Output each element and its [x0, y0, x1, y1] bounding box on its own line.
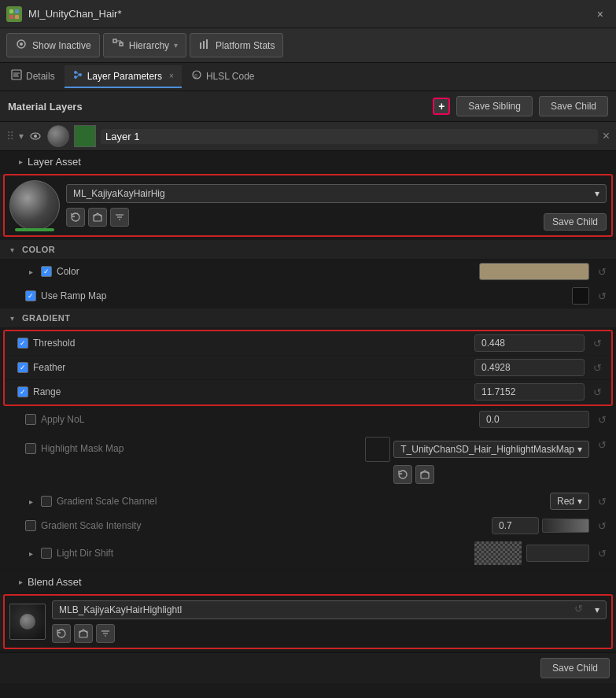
toolbar: Show Inactive Hierarchy ▾ Platform Stats [0, 28, 616, 63]
blend-asset-reset-icon[interactable]: ↺ [570, 600, 586, 616]
blend-asset-dropdown[interactable]: MLB_KajiyaKayHairHighlightl ▾ [52, 600, 607, 619]
apply-nol-reset-icon[interactable]: ↺ [594, 412, 610, 427]
range-reset-icon[interactable]: ↺ [589, 384, 605, 400]
material-layers-title: Material Layers [8, 101, 426, 113]
svg-rect-1 [15, 9, 19, 13]
layer-asset-reload-icon[interactable] [66, 208, 85, 227]
feather-row: ✓ Feather 0.4928 ↺ [5, 356, 611, 380]
layer-asset-dropdown[interactable]: ML_KajiyaKayHairHig ▾ [66, 184, 607, 203]
svg-point-25 [34, 135, 37, 138]
feather-value[interactable]: 0.4928 [474, 359, 585, 376]
blend-asset-browse-icon[interactable] [74, 624, 93, 643]
layer-asset-browse-icon[interactable] [88, 208, 107, 227]
blend-asset-chevron-icon[interactable]: ▸ [19, 578, 23, 586]
apply-nol-label: Apply NoL [41, 414, 474, 425]
eye-icon[interactable] [28, 129, 42, 143]
blend-asset-name: MLB_KajiyaKayHairHighlightl [59, 604, 182, 615]
light-dir-shift-checkbox[interactable] [41, 548, 52, 559]
layer-chevron-icon[interactable]: ▾ [19, 131, 24, 142]
highlight-mask-map-checkbox[interactable] [25, 443, 36, 454]
gradient-scale-channel-dropdown[interactable]: Red ▾ [550, 493, 589, 510]
apply-nol-value[interactable]: 0.0 [479, 411, 589, 428]
color-section-header[interactable]: ▾ COLOR [0, 240, 616, 260]
show-inactive-icon [15, 38, 28, 53]
threshold-checkbox[interactable]: ✓ [17, 338, 28, 349]
layer-name-input[interactable]: Layer 1 [101, 129, 598, 144]
apply-nol-checkbox[interactable] [25, 414, 36, 425]
highlight-mask-reload-icon[interactable] [393, 465, 412, 484]
highlight-mask-reset-icon[interactable]: ↺ [594, 437, 610, 452]
gradient-section-header[interactable]: ▾ GRADIENT [0, 308, 616, 328]
use-ramp-map-swatch[interactable] [572, 287, 589, 305]
tab-layer-parameters-label: Layer Parameters [87, 71, 162, 82]
layer-color-preview [74, 125, 96, 147]
svg-line-20 [77, 72, 79, 75]
add-layer-button[interactable]: + [433, 98, 450, 115]
footer-save-child-button[interactable]: Save Child [540, 658, 610, 678]
color-checkbox[interactable]: ✓ [41, 266, 52, 277]
svg-rect-12 [206, 39, 208, 49]
svg-point-19 [79, 73, 82, 76]
gradient-scale-channel-reset-icon[interactable]: ↺ [594, 493, 610, 509]
color-expand-icon[interactable]: ▸ [25, 266, 36, 277]
gradient-scale-intensity-slider[interactable] [542, 519, 589, 533]
gradient-scale-intensity-value[interactable]: 0.7 [492, 517, 539, 534]
save-child-header-button[interactable]: Save Child [539, 96, 608, 116]
blend-asset-reload-icon[interactable] [52, 624, 71, 643]
color-section-title: COLOR [22, 245, 55, 254]
use-ramp-map-reset-icon[interactable]: ↺ [594, 288, 610, 304]
layer-asset-label-row: ▸ Layer Asset [0, 151, 616, 171]
color-reset-icon[interactable]: ↺ [594, 264, 610, 279]
hierarchy-button[interactable]: Hierarchy ▾ [103, 33, 186, 57]
window-title: MI_UnityChan_Hair* [28, 8, 591, 20]
layer-asset-chevron-icon[interactable]: ▸ [19, 157, 23, 166]
feather-label: Feather [33, 362, 470, 373]
feather-checkbox[interactable]: ✓ [17, 362, 28, 373]
gradient-scale-channel-expand-icon[interactable]: ▸ [25, 496, 36, 507]
range-checkbox[interactable]: ✓ [17, 386, 28, 397]
highlight-mask-dropdown[interactable]: T_UnityChanSD_Hair_HighlightMaskMap ▾ [393, 441, 589, 458]
highlight-mask-chevron-icon: ▾ [577, 444, 582, 455]
threshold-value[interactable]: 0.448 [474, 334, 585, 352]
gradient-scale-channel-checkbox[interactable] [41, 496, 52, 507]
light-dir-shift-reset-icon[interactable]: ↺ [594, 545, 610, 561]
blend-asset-filter-icon[interactable] [96, 624, 115, 643]
layer-asset-thumbnail [9, 180, 60, 231]
tab-hlsl-code[interactable]: {} HLSL Code [183, 65, 263, 88]
show-inactive-button[interactable]: Show Inactive [6, 33, 100, 57]
hierarchy-icon [112, 38, 124, 53]
threshold-reset-icon[interactable]: ↺ [589, 335, 605, 351]
gradient-chevron-icon[interactable]: ▾ [6, 312, 17, 323]
layer-close-icon[interactable]: × [603, 129, 610, 143]
tab-layer-parameters[interactable]: Layer Parameters × [65, 65, 182, 88]
layer-asset-filter-icon[interactable] [110, 208, 129, 227]
layer-asset-chevron-icon: ▾ [595, 188, 599, 199]
platform-stats-button[interactable]: Platform Stats [190, 33, 283, 57]
drag-handle-icon[interactable]: ⠿ [6, 130, 14, 142]
range-value[interactable]: 11.7152 [474, 383, 585, 401]
gradient-scale-intensity-reset-icon[interactable]: ↺ [594, 518, 610, 534]
color-row: ▸ ✓ Color ↺ [0, 260, 616, 284]
layer-asset-save-child-button[interactable]: Save Child [544, 213, 607, 231]
color-swatch[interactable] [479, 263, 589, 280]
gradient-scale-intensity-checkbox[interactable] [25, 520, 36, 531]
svg-rect-3 [15, 15, 19, 19]
light-dir-shift-expand-icon[interactable]: ▸ [25, 548, 36, 559]
blend-asset-thumbnail [9, 604, 46, 640]
feather-reset-icon[interactable]: ↺ [589, 360, 605, 375]
highlight-mask-browse-icon[interactable] [415, 465, 434, 484]
tab-hlsl-code-label: HLSL Code [206, 71, 255, 82]
save-sibling-button[interactable]: Save Sibling [456, 96, 533, 116]
blend-asset-row: MLB_KajiyaKayHairHighlightl ▾ [3, 594, 613, 649]
light-dir-shift-row: ▸ Light Dir Shift ↺ [0, 538, 616, 569]
tab-layer-parameters-close[interactable]: × [169, 72, 174, 80]
use-ramp-map-checkbox[interactable]: ✓ [25, 290, 36, 301]
svg-rect-0 [9, 9, 13, 13]
close-button[interactable]: × [591, 5, 610, 24]
threshold-label: Threshold [33, 338, 470, 349]
light-dir-shift-value[interactable] [526, 545, 589, 562]
color-section-chevron-icon[interactable]: ▾ [6, 244, 17, 255]
hierarchy-label: Hierarchy [129, 40, 169, 51]
tab-details[interactable]: Details [3, 65, 63, 88]
highlight-mask-asset-name: T_UnityChanSD_Hair_HighlightMaskMap [400, 444, 574, 455]
